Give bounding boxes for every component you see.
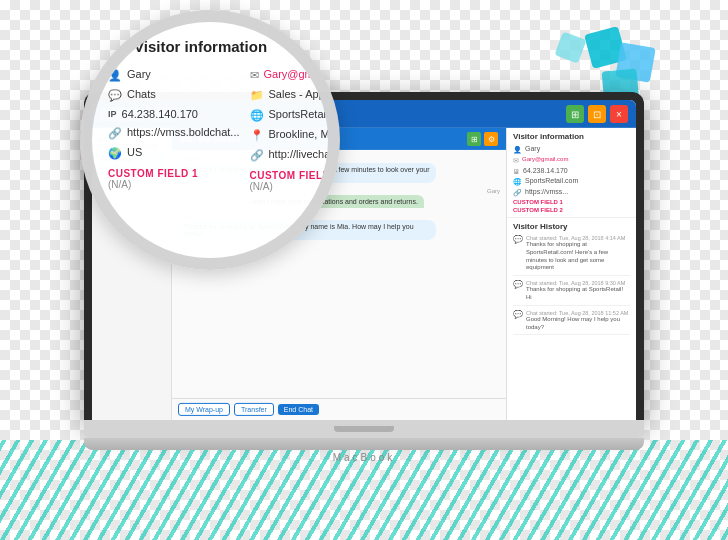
vi-location-value: Brookline, MA: [269, 128, 337, 140]
vi-custom1-label: CUSTOM FIELD 1: [108, 168, 240, 179]
vi-country-icon: 🌍: [108, 147, 122, 160]
chat-footer: My Wrap-up Transfer End Chat: [172, 398, 506, 420]
vi-left-col: 👤 Gary 💬 Chats IP 64.238.140.170 🔗 https…: [108, 68, 240, 192]
right-ip-icon: 🖥: [513, 168, 520, 175]
right-name-icon: 👤: [513, 146, 522, 154]
vi-name-icon: 👤: [108, 69, 122, 82]
right-visitor-info-section: Visitor information 👤 Gary ✉ Gary@gmail.…: [507, 128, 636, 218]
vi-custom1-value: (N/A): [108, 179, 240, 190]
history-title: Visitor History: [513, 222, 630, 231]
vi-custom2-label: CUSTOM FIELD 2: [250, 170, 341, 181]
vi-chats-row: 💬 Chats: [108, 88, 240, 102]
history-text-2: Chat started: Tue, Aug 28, 2018 11:52 AM…: [526, 310, 630, 332]
right-url-row: 🔗 https://vmss...: [513, 188, 630, 197]
vi-site-row: 🌐 SportsRetail.com: [250, 108, 341, 122]
vi-chats-value: Chats: [127, 88, 156, 100]
history-content-0: Thanks for shopping at SportsRetail.com!…: [526, 241, 630, 272]
history-item-0: 💬 Chat started: Tue, Aug 28, 2018 4:14 A…: [513, 235, 630, 276]
vi-custom1-block: CUSTOM FIELD 1 (N/A): [108, 168, 240, 190]
right-custom2-label: CUSTOM FIELD 2: [513, 207, 630, 213]
vi-grid: 👤 Gary 💬 Chats IP 64.238.140.170 🔗 https…: [108, 68, 312, 192]
vi-url-value: https://vmss.boldchat...: [127, 126, 240, 138]
vi-ip-icon: IP: [108, 109, 117, 119]
vi-location-row: 📍 Brookline, MA: [250, 128, 341, 142]
end-chat-button[interactable]: End Chat: [278, 404, 319, 415]
history-icon-1: 💬: [513, 280, 523, 302]
visitor-info-panel: i Visitor information 👤 Gary 💬 Chats IP …: [92, 22, 328, 258]
right-email-icon: ✉: [513, 157, 519, 165]
right-email-value: Gary@gmail.com: [522, 156, 568, 162]
vi-url-row: 🔗 https://vmss.boldchat...: [108, 126, 240, 140]
history-meta-2: Chat started: Tue, Aug 28, 2018 11:52 AM: [526, 310, 630, 316]
right-name-value: Gary: [525, 145, 540, 152]
right-visitor-info-title: Visitor information: [513, 132, 630, 141]
history-text-0: Chat started: Tue, Aug 28, 2018 4:14 AM …: [526, 235, 630, 272]
vi-location-icon: 📍: [250, 129, 264, 142]
vi-name-value: Gary: [127, 68, 151, 80]
header-action-icons: ⊞ ⊡ ×: [566, 105, 628, 123]
right-site-value: SportsRetail.com: [525, 177, 578, 184]
right-ip-row: 🖥 64.238.14.170: [513, 167, 630, 175]
vi-site-icon: 🌐: [250, 109, 264, 122]
history-text-1: Chat started: Tue, Aug 28, 2018 9:30 AM …: [526, 280, 630, 302]
vi-title: Visitor information: [134, 38, 267, 55]
macbook-stand: [84, 438, 644, 450]
macbook-base: [84, 420, 644, 438]
square-4: [554, 31, 586, 63]
chat-icon-btn[interactable]: ⊞: [467, 132, 481, 146]
history-item-1: 💬 Chat started: Tue, Aug 28, 2018 9:30 A…: [513, 280, 630, 306]
right-panel: Visitor information 👤 Gary ✉ Gary@gmail.…: [506, 128, 636, 420]
vi-dept-row: 📁 Sales - Apparel: [250, 88, 341, 102]
vi-ip-value: 64.238.140.170: [122, 108, 198, 120]
vi-url-icon: 🔗: [108, 127, 122, 140]
vi-url2-row: 🔗 http://livechat.bo...: [250, 148, 341, 162]
magnifier: i Visitor information 👤 Gary 💬 Chats IP …: [80, 10, 340, 270]
maximize-button[interactable]: ⊡: [588, 105, 606, 123]
macbook-label: MacBook: [84, 452, 644, 463]
vi-dept-value: Sales - Apparel: [269, 88, 341, 100]
vi-country-value: US: [127, 146, 142, 158]
vi-custom2-block: CUSTOM FIELD 2 (N/A): [250, 170, 341, 192]
history-item-2: 💬 Chat started: Tue, Aug 28, 2018 11:52 …: [513, 310, 630, 336]
vi-name-row: 👤 Gary: [108, 68, 240, 82]
right-url-value: https://vmss...: [525, 188, 568, 195]
right-name-row: 👤 Gary: [513, 145, 630, 154]
chat-settings-btn[interactable]: ⚙: [484, 132, 498, 146]
right-ip-value: 64.238.14.170: [523, 167, 568, 174]
vi-ip-row: IP 64.238.140.170: [108, 108, 240, 120]
transfer-button[interactable]: Transfer: [234, 403, 274, 416]
vi-right-col: ✉ Gary@gmail.com 📁 Sales - Apparel 🌐 Spo…: [250, 68, 341, 192]
minimize-button[interactable]: ⊞: [566, 105, 584, 123]
macbook-notch: [334, 426, 394, 432]
vi-header: i Visitor information: [108, 36, 312, 56]
right-custom1-label: CUSTOM FIELD 1: [513, 199, 630, 205]
vi-dept-icon: 📁: [250, 89, 264, 102]
history-content-1: Thanks for shopping at SportsRetail! Hi: [526, 286, 630, 302]
vi-custom2-value: (N/A): [250, 181, 341, 192]
vi-url2-value: http://livechat.bo...: [269, 148, 341, 160]
right-site-icon: 🌐: [513, 178, 522, 186]
right-url-icon: 🔗: [513, 189, 522, 197]
vi-country-row: 🌍 US: [108, 146, 240, 160]
visitor-history-section: Visitor History 💬 Chat started: Tue, Aug…: [507, 218, 636, 343]
vi-email-icon: ✉: [250, 69, 259, 82]
my-wrapup-button[interactable]: My Wrap-up: [178, 403, 230, 416]
history-icon-0: 💬: [513, 235, 523, 272]
vi-chats-icon: 💬: [108, 89, 122, 102]
close-button[interactable]: ×: [610, 105, 628, 123]
right-site-row: 🌐 SportsRetail.com: [513, 177, 630, 186]
vi-url2-icon: 🔗: [250, 149, 264, 162]
history-icon-2: 💬: [513, 310, 523, 332]
vi-site-value: SportsRetail.com: [269, 108, 341, 120]
history-content-2: Good Morning! How may I help you today?: [526, 316, 630, 332]
right-email-row: ✉ Gary@gmail.com: [513, 156, 630, 165]
